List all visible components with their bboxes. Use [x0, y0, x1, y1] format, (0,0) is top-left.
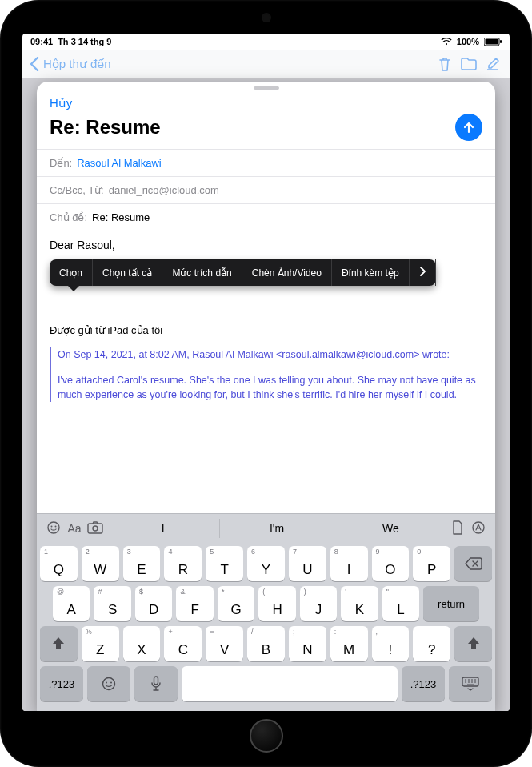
to-field[interactable]: Đến: Rasoul Al Malkawi: [37, 149, 495, 176]
keyboard: Aa I I'm We: [37, 513, 495, 711]
key-r[interactable]: 4R: [164, 546, 202, 581]
wifi-icon: [441, 38, 452, 46]
key-u[interactable]: 7U: [289, 546, 326, 581]
menu-select[interactable]: Chọn: [50, 259, 93, 286]
key-m[interactable]: :M: [330, 626, 368, 661]
key-g[interactable]: *G: [218, 586, 254, 621]
key-![interactable]: ,!: [372, 626, 410, 661]
key-shift-left[interactable]: [40, 626, 78, 661]
home-button[interactable]: [250, 719, 283, 753]
quote-body: I've attached Carol's resume. She's the …: [58, 373, 482, 402]
ipad-device-frame: 09:41 Th 3 14 thg 9 100% Hộp thư đến: [0, 0, 532, 767]
suggestion-2[interactable]: I'm: [219, 519, 333, 538]
keyboard-suggestion-bar: Aa I I'm We: [37, 514, 495, 543]
key-a[interactable]: @A: [53, 586, 90, 621]
subject-field[interactable]: Chủ đề: Re: Resume: [37, 203, 495, 231]
compose-sheet: Hủy Re: Resume Đến: Rasoul Al Malkawi Cc…: [37, 82, 495, 711]
key-dictation[interactable]: [134, 666, 178, 701]
quote-header: On Sep 14, 2021, at 8:02 AM, Rasoul Al M…: [58, 347, 482, 362]
key-j[interactable]: )J: [300, 586, 337, 621]
svg-point-7: [93, 526, 98, 531]
svg-rect-12: [154, 677, 158, 685]
svg-point-5: [55, 525, 57, 527]
key-n[interactable]: ;N: [289, 626, 326, 661]
key-b[interactable]: /B: [247, 626, 285, 661]
folder-icon[interactable]: [457, 58, 481, 70]
svg-point-4: [51, 525, 53, 527]
key-c[interactable]: +C: [164, 626, 202, 661]
sticker-icon[interactable]: [43, 519, 64, 539]
battery-icon: [484, 38, 502, 46]
key-t[interactable]: 5T: [206, 546, 243, 581]
key-v[interactable]: =V: [206, 626, 243, 661]
svg-rect-1: [486, 39, 498, 45]
key-i[interactable]: 8I: [330, 546, 368, 581]
sheet-backdrop: Hủy Re: Resume Đến: Rasoul Al Malkawi Cc…: [22, 78, 510, 711]
back-label[interactable]: Hộp thư đến: [43, 57, 111, 71]
svg-rect-6: [88, 524, 102, 533]
suggestion-1[interactable]: I: [106, 519, 219, 538]
send-button[interactable]: [455, 114, 482, 141]
key-d[interactable]: $D: [135, 586, 172, 621]
svg-point-11: [110, 682, 112, 684]
subject-label: Chủ đề:: [50, 211, 87, 223]
cc-label: Cc/Bcc, Từ:: [50, 184, 104, 196]
key-w[interactable]: 2W: [82, 546, 119, 581]
key-y[interactable]: 6Y: [247, 546, 285, 581]
key-z[interactable]: %Z: [82, 626, 119, 661]
menu-quote-level[interactable]: Mức trích dẫn: [162, 259, 242, 286]
menu-more-icon[interactable]: [410, 259, 436, 286]
svg-rect-2: [500, 40, 502, 43]
key-f[interactable]: &F: [176, 586, 213, 621]
menu-attach-file[interactable]: Đính kèm tệp: [332, 259, 410, 286]
compose-title: Re: Resume: [50, 116, 455, 139]
key-s[interactable]: #S: [94, 586, 130, 621]
status-battery-pct: 100%: [457, 37, 479, 46]
key-space[interactable]: [182, 666, 398, 701]
suggestion-3[interactable]: We: [334, 519, 447, 538]
status-bar: 09:41 Th 3 14 thg 9 100%: [22, 34, 510, 50]
key-q[interactable]: 1Q: [40, 546, 78, 581]
key-k[interactable]: 'K: [341, 586, 378, 621]
markup-icon[interactable]: [468, 519, 489, 539]
key-l[interactable]: "L: [382, 586, 419, 621]
status-date: Th 3 14 thg 9: [58, 37, 111, 46]
mail-nav-bar: Hộp thư đến: [22, 50, 510, 78]
key-hide-keyboard[interactable]: [449, 666, 492, 701]
cancel-button[interactable]: Hủy: [50, 96, 72, 110]
key-numbers-left[interactable]: .?123: [40, 666, 83, 701]
front-camera: [263, 14, 270, 21]
compose-body[interactable]: Dear Rasoul, Chọn Chọn tất cả Mức trích …: [37, 231, 495, 513]
key-e[interactable]: 3E: [123, 546, 161, 581]
menu-select-all[interactable]: Chọn tất cả: [93, 259, 162, 286]
key-o[interactable]: 9O: [372, 546, 410, 581]
key-?[interactable]: .?: [413, 626, 450, 661]
key-return[interactable]: return: [423, 586, 479, 621]
camera-scan-icon[interactable]: [85, 520, 106, 538]
cc-field[interactable]: Cc/Bcc, Từ: daniel_rico@icloud.com: [37, 176, 495, 203]
sheet-grabber[interactable]: [254, 86, 279, 90]
back-chevron-icon[interactable]: [27, 57, 42, 71]
compose-icon[interactable]: [481, 57, 505, 71]
subject-value: Re: Resume: [92, 211, 150, 223]
key-p[interactable]: 0P: [413, 546, 450, 581]
greeting-text: Dear Rasoul,: [50, 239, 482, 251]
to-value[interactable]: Rasoul Al Malkawi: [77, 157, 162, 169]
key-h[interactable]: (H: [258, 586, 295, 621]
quoted-reply: On Sep 14, 2021, at 8:02 AM, Rasoul Al M…: [50, 347, 482, 402]
menu-insert-media[interactable]: Chèn Ảnh/Video: [242, 259, 332, 286]
edit-context-menu: Chọn Chọn tất cả Mức trích dẫn Chèn Ảnh/…: [50, 259, 436, 286]
svg-point-9: [103, 678, 115, 690]
text-format-icon[interactable]: Aa: [64, 520, 85, 536]
signature-text: Được gửi từ iPad của tôi: [50, 324, 482, 336]
document-scan-icon[interactable]: [447, 519, 468, 539]
svg-point-10: [106, 682, 107, 684]
svg-point-3: [48, 522, 59, 533]
key-emoji[interactable]: [87, 666, 130, 701]
key-backspace[interactable]: [454, 546, 492, 581]
trash-icon[interactable]: [433, 56, 457, 72]
key-numbers-right[interactable]: .?123: [402, 666, 445, 701]
key-shift-right[interactable]: [454, 626, 492, 661]
key-x[interactable]: -X: [123, 626, 161, 661]
cc-value: daniel_rico@icloud.com: [109, 184, 219, 196]
